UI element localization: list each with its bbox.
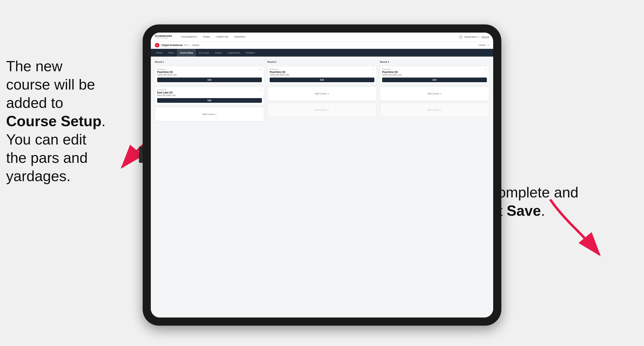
course-a-r3-tee: Yellow (M) (6629 yds) [382,74,487,76]
main-content: Round 1 ⬡ (Course A) Peachtree GC Yellow… [151,57,493,318]
course-a-r2-tee: Yellow (M) (6629 yds) [270,74,374,76]
course-a-r3-name: Peachtree GC [382,71,487,73]
sign-out-link[interactable]: Sign out [482,36,489,38]
edit-course-a-r1-button[interactable]: Edit [157,78,262,82]
course-a-r3-tag: (Course A) [382,68,487,70]
round-3-column: Round 3 ⬡ (Course A) Peachtree GC Yellow… [380,61,489,121]
add-course-r2-active-button[interactable]: Add Course + [268,86,376,101]
tournament-tag: (Men) [184,44,189,46]
delete-course-a-r2-icon[interactable]: ⬡ [372,68,375,71]
tab-teams[interactable]: Teams [165,49,177,57]
round-2-column: Round 2 ⬡ (Course A) Peachtree GC Yellow… [268,61,376,121]
plus-icon-r3-disabled: + [440,109,442,112]
cancel-x-icon: ✕ [487,44,489,46]
user-email: blair@clippd.io [464,36,478,38]
top-nav: SCOREBOARD Powered by clippd TOURNAMENTS… [151,32,493,41]
round-1-course-a-card: ⬡ (Course A) Peachtree GC Yellow (M) (66… [155,66,264,84]
separator: | [480,36,480,38]
course-a-r2-name: Peachtree GC [270,71,374,73]
tournament-bar: C Clippd Invitational (Men) Hosting Canc… [151,41,493,49]
tournament-logo-icon: C [155,43,159,47]
nav-committee[interactable]: COMMITTEE [213,32,232,41]
add-course-r1-button[interactable]: Add Course + [155,107,264,121]
nav-rankings[interactable]: RANKINGS [231,32,248,41]
nav-right: blair@clippd.io | Sign out [459,35,489,39]
app-container: SCOREBOARD Powered by clippd TOURNAMENTS… [151,32,493,318]
cancel-button[interactable]: Cancel ✕ [478,44,489,46]
course-a-r1-tee: Yellow (M) (6629 yds) [157,74,262,76]
tab-details[interactable]: Details [153,49,165,57]
edit-course-a-r2-button[interactable]: Edit [270,78,374,82]
delete-course-b-r1-icon[interactable]: ⬡ [259,88,262,92]
tablet-frame: SCOREBOARD Powered by clippd TOURNAMENTS… [143,24,501,326]
tab-leaderboards[interactable]: Leaderboards [224,49,243,57]
sub-tabs: Details Teams Course Setup Tee Groups Re… [151,49,493,57]
right-arrow-icon [534,195,612,265]
edit-course-b-r1-button[interactable]: Edit [157,98,262,103]
round-2-label: Round 2 [268,61,376,63]
add-course-r2-disabled: Add Course + [268,103,376,117]
delete-course-a-r3-icon[interactable]: ⬡ [484,68,487,71]
nav-links: TOURNAMENTS TEAMS COMMITTEE RANKINGS [178,32,458,41]
tournament-name: Clippd Invitational [162,44,182,47]
plus-icon-r2-disabled: + [328,109,329,112]
brand-logo: SCOREBOARD Powered by clippd [155,35,172,39]
tab-tee-groups[interactable]: Tee Groups [196,49,212,57]
round-3-label: Round 3 [380,61,489,63]
course-a-r2-tag: (Course A) [270,68,374,70]
course-b-r1-tag: (Course B) [157,89,262,91]
plus-icon-r1: + [215,113,217,116]
plus-icon-r2: + [328,92,329,95]
plus-icon-r3: + [440,92,442,95]
nav-teams[interactable]: TEAMS [200,32,213,41]
edit-course-a-r3-button[interactable]: Edit [382,78,487,82]
course-a-r1-tag: (Course A) [157,68,262,70]
course-b-r1-name: East Lake GC [157,91,262,94]
tab-results[interactable]: Results [212,49,224,57]
round-2-course-a-card: ⬡ (Course A) Peachtree GC Yellow (M) (66… [268,66,376,84]
round-3-course-a-card: ⬡ (Course A) Peachtree GC Yellow (M) (66… [380,66,489,84]
user-avatar [459,35,463,39]
tablet-screen: SCOREBOARD Powered by clippd TOURNAMENTS… [151,32,493,318]
round-1-course-b-card: ⬡ (Course B) East Lake GC Black (M) (689… [155,86,264,105]
nav-tournaments[interactable]: TOURNAMENTS [178,32,200,41]
tab-course-setup[interactable]: Course Setup [177,49,196,57]
round-1-label: Round 1 [155,61,264,63]
add-course-r3-active-button[interactable]: Add Course + [380,86,489,101]
add-course-r3-disabled: Add Course + [380,103,489,117]
course-a-r1-name: Peachtree GC [157,71,262,73]
tablet-side-button [139,147,143,163]
round-1-column: Round 1 ⬡ (Course A) Peachtree GC Yellow… [155,61,264,121]
delete-course-a-r1-icon[interactable]: ⬡ [259,68,262,71]
hosting-badge: Hosting [191,44,200,46]
tab-printables[interactable]: Printables [243,49,258,57]
rounds-grid: Round 1 ⬡ (Course A) Peachtree GC Yellow… [155,61,489,121]
course-b-r1-tee: Black (M) (6891 yds) [157,94,262,96]
